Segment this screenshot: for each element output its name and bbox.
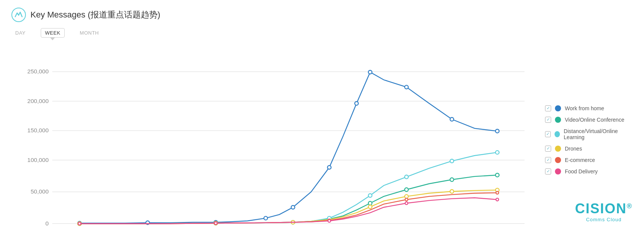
legend-label-ecommerce: E-commerce [565,157,595,163]
line-work-from-home [80,72,497,223]
cision-brand-name: CISION® [575,201,633,217]
svg-point-33 [450,178,454,182]
legend-checkbox-ecommerce[interactable]: ✓ [545,157,551,163]
legend-checkbox-distance-learning[interactable]: ✓ [545,131,551,137]
svg-point-59 [496,198,499,201]
svg-point-57 [328,219,331,222]
chart-area: 250,000 200,000 150,000 100,000 50,000 0… [11,41,633,230]
line-video-conference [80,175,497,224]
legend-dot-ecommerce [555,157,561,163]
cision-logo: CISION® Comms Cloud [575,201,633,222]
legend-dot-distance-learning [555,131,560,137]
svg-point-31 [368,201,372,205]
svg-point-21 [327,166,331,170]
svg-point-42 [496,151,499,154]
legend-dot-work-from-home [555,105,561,111]
tab-day[interactable]: DAY [11,29,29,37]
page-title: Key Messages (报道重点话题趋势) [30,9,160,21]
svg-point-22 [355,102,359,105]
svg-point-46 [368,205,372,209]
svg-text:50,000: 50,000 [30,188,49,195]
legend-label-drones: Drones [565,146,582,152]
legend-item-ecommerce[interactable]: ✓ E-commerce [545,157,633,163]
svg-point-34 [496,173,499,177]
tab-month[interactable]: MONTH [76,29,103,37]
legend-label-work-from-home: Work from home [565,105,604,111]
legend-dot-food-delivery [555,168,561,174]
svg-point-20 [291,205,295,209]
line-ecommerce [80,193,497,224]
legend-item-distance-learning[interactable]: ✓ Distance/Virtual/Online Learning [545,128,633,140]
legend-item-drones[interactable]: ✓ Drones [545,146,633,152]
legend-label-distance-learning: Distance/Virtual/Online Learning [564,128,633,140]
svg-point-19 [264,216,268,220]
svg-point-53 [405,198,408,201]
line-drones [80,190,497,224]
svg-point-40 [405,175,408,179]
legend-item-video-conference[interactable]: ✓ Video/Online Conference [545,117,633,123]
chart-main: 250,000 200,000 150,000 100,000 50,000 0… [11,41,534,230]
svg-point-39 [368,194,372,197]
svg-text:250,000: 250,000 [27,68,49,75]
svg-point-23 [368,70,372,74]
line-food-delivery [80,198,497,224]
legend-item-food-delivery[interactable]: ✓ Food Delivery [545,168,633,174]
legend-label-food-delivery: Food Delivery [565,168,598,174]
chart-svg: 250,000 200,000 150,000 100,000 50,000 0… [11,41,534,230]
tab-group: DAY WEEK MONTH [11,28,633,38]
legend-checkbox-work-from-home[interactable]: ✓ [545,105,551,111]
svg-point-58 [405,202,408,205]
svg-point-32 [405,188,408,192]
svg-point-55 [78,222,81,225]
cision-subtitle: Comms Cloud [575,217,633,222]
legend-checkbox-drones[interactable]: ✓ [545,146,551,152]
svg-text:100,000: 100,000 [27,157,49,163]
svg-text:200,000: 200,000 [27,98,49,104]
svg-text:0: 0 [45,220,49,227]
svg-text:150,000: 150,000 [27,127,49,133]
svg-point-24 [405,85,408,89]
header: Key Messages (报道重点话题趋势) [11,8,633,22]
legend-checkbox-video-conference[interactable]: ✓ [545,117,551,123]
svg-point-56 [214,222,217,224]
legend-checkbox-food-delivery[interactable]: ✓ [545,168,551,174]
main-container: Key Messages (报道重点话题趋势) DAY WEEK MONTH 2… [0,0,644,230]
legend-label-video-conference: Video/Online Conference [565,117,624,123]
tab-week[interactable]: WEEK [41,28,64,38]
legend-item-work-from-home[interactable]: ✓ Work from home [545,105,633,111]
svg-point-47 [405,195,408,198]
legend-dot-drones [555,146,561,152]
svg-point-48 [450,190,454,194]
app-logo-icon [11,8,26,22]
line-distance-learning [80,152,497,224]
svg-point-25 [450,117,454,121]
svg-point-26 [496,129,499,133]
svg-point-41 [450,159,454,163]
svg-point-54 [496,192,499,194]
legend-dot-video-conference [555,117,561,123]
